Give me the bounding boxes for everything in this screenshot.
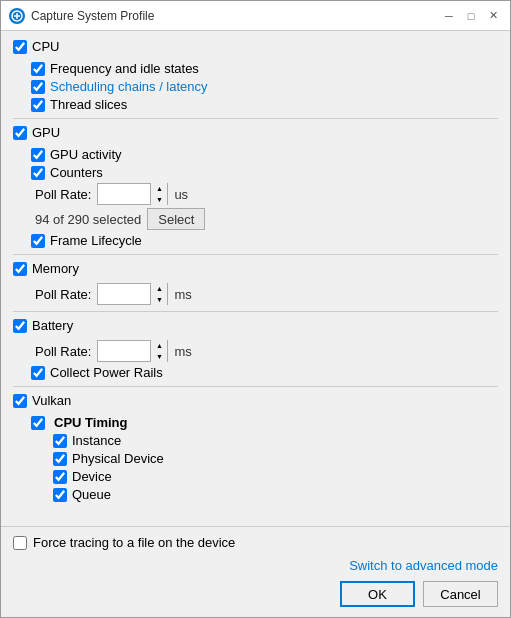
app-icon: [9, 8, 25, 24]
divider-cpu-gpu: [13, 118, 498, 119]
force-tracing-checkbox[interactable]: [13, 536, 27, 550]
device-label: Device: [72, 469, 112, 484]
sched-chains-row: Scheduling chains / latency: [31, 79, 498, 94]
physical-device-checkbox[interactable]: [53, 452, 67, 466]
window-controls: ─ □ ✕: [440, 7, 502, 25]
collect-power-row: Collect Power Rails: [31, 365, 498, 380]
gpu-activity-label: GPU activity: [50, 147, 122, 162]
divider-memory-battery: [13, 311, 498, 312]
memory-checkbox[interactable]: [13, 262, 27, 276]
counters-label: Counters: [50, 165, 103, 180]
gpu-poll-label: Poll Rate:: [35, 187, 91, 202]
battery-poll-spin-buttons: ▲ ▼: [150, 340, 167, 362]
frame-lifecycle-label: Frame Lifecycle: [50, 233, 142, 248]
battery-header: Battery: [13, 318, 498, 336]
sched-chains-label: Scheduling chains / latency: [50, 79, 208, 94]
gpu-checkbox[interactable]: [13, 126, 27, 140]
vulkan-checkbox[interactable]: [13, 394, 27, 408]
cpu-check-row: CPU: [13, 39, 59, 54]
counter-select-info: 94 of 290 selected: [35, 212, 141, 227]
thread-slices-checkbox[interactable]: [31, 98, 45, 112]
gpu-poll-up-button[interactable]: ▲: [151, 183, 167, 194]
memory-poll-label: Poll Rate:: [35, 287, 91, 302]
memory-header: Memory: [13, 261, 498, 279]
queue-label: Queue: [72, 487, 111, 502]
minimize-button[interactable]: ─: [440, 7, 458, 25]
battery-poll-up-button[interactable]: ▲: [151, 340, 167, 351]
frame-lifecycle-row: Frame Lifecycle: [31, 233, 498, 248]
footer-buttons: OK Cancel: [13, 581, 498, 607]
gpu-poll-down-button[interactable]: ▼: [151, 194, 167, 205]
divider-gpu-memory: [13, 254, 498, 255]
cancel-button[interactable]: Cancel: [423, 581, 498, 607]
physical-device-row: Physical Device: [53, 451, 498, 466]
memory-poll-spin-buttons: ▲ ▼: [150, 283, 167, 305]
vulkan-check-row: Vulkan: [13, 393, 71, 408]
force-tracing-label: Force tracing to a file on the device: [33, 535, 235, 550]
collect-power-label: Collect Power Rails: [50, 365, 163, 380]
memory-check-row: Memory: [13, 261, 79, 276]
gpu-check-row: GPU: [13, 125, 60, 140]
ok-button[interactable]: OK: [340, 581, 415, 607]
advanced-mode-link[interactable]: Switch to advanced mode: [349, 558, 498, 573]
gpu-poll-input[interactable]: 1000: [98, 184, 150, 204]
gpu-header: GPU: [13, 125, 498, 143]
battery-label: Battery: [32, 318, 73, 333]
queue-checkbox[interactable]: [53, 488, 67, 502]
battery-poll-row: Poll Rate: 250 ▲ ▼ ms: [31, 340, 498, 362]
gpu-poll-spin-buttons: ▲ ▼: [150, 183, 167, 205]
titlebar: Capture System Profile ─ □ ✕: [1, 1, 510, 31]
instance-label: Instance: [72, 433, 121, 448]
frame-lifecycle-checkbox[interactable]: [31, 234, 45, 248]
memory-poll-unit: ms: [174, 287, 191, 302]
battery-poll-unit: ms: [174, 344, 191, 359]
gpu-body: GPU activity Counters Poll Rate: 1000 ▲ …: [13, 147, 498, 248]
memory-poll-up-button[interactable]: ▲: [151, 283, 167, 294]
sched-chains-checkbox[interactable]: [31, 80, 45, 94]
memory-poll-spinbox: 5 ▲ ▼: [97, 283, 168, 305]
memory-section: Memory Poll Rate: 5 ▲ ▼ ms: [13, 261, 498, 305]
restore-button[interactable]: □: [462, 7, 480, 25]
battery-checkbox[interactable]: [13, 319, 27, 333]
gpu-poll-row: Poll Rate: 1000 ▲ ▼ us: [31, 183, 498, 205]
battery-body: Poll Rate: 250 ▲ ▼ ms Collect Power Rail…: [13, 340, 498, 380]
freq-idle-label: Frequency and idle states: [50, 61, 199, 76]
instance-row: Instance: [53, 433, 498, 448]
memory-poll-input[interactable]: 5: [98, 284, 150, 304]
footer: Force tracing to a file on the device Sw…: [1, 526, 510, 617]
battery-poll-down-button[interactable]: ▼: [151, 351, 167, 362]
window-title: Capture System Profile: [31, 9, 440, 23]
counter-select-row: 94 of 290 selected Select: [31, 208, 498, 230]
cpu-checkbox[interactable]: [13, 40, 27, 54]
cpu-timing-label: CPU Timing: [50, 415, 127, 430]
queue-row: Queue: [53, 487, 498, 502]
memory-poll-down-button[interactable]: ▼: [151, 294, 167, 305]
battery-poll-label: Poll Rate:: [35, 344, 91, 359]
cpu-timing-row: CPU Timing: [31, 415, 498, 430]
cpu-body: Frequency and idle states Scheduling cha…: [13, 61, 498, 112]
close-button[interactable]: ✕: [484, 7, 502, 25]
divider-battery-vulkan: [13, 386, 498, 387]
gpu-poll-unit: us: [174, 187, 188, 202]
main-window: Capture System Profile ─ □ ✕ CPU Frequen…: [0, 0, 511, 618]
footer-link-row: Switch to advanced mode: [13, 558, 498, 573]
gpu-activity-checkbox[interactable]: [31, 148, 45, 162]
device-checkbox[interactable]: [53, 470, 67, 484]
counters-checkbox[interactable]: [31, 166, 45, 180]
collect-power-checkbox[interactable]: [31, 366, 45, 380]
instance-checkbox[interactable]: [53, 434, 67, 448]
freq-idle-row: Frequency and idle states: [31, 61, 498, 76]
gpu-activity-row: GPU activity: [31, 147, 498, 162]
battery-poll-input[interactable]: 250: [98, 341, 150, 361]
cpu-header: CPU: [13, 39, 498, 57]
battery-section: Battery Poll Rate: 250 ▲ ▼ ms: [13, 318, 498, 380]
cpu-section: CPU Frequency and idle states Scheduling…: [13, 39, 498, 112]
memory-body: Poll Rate: 5 ▲ ▼ ms: [13, 283, 498, 305]
memory-poll-row: Poll Rate: 5 ▲ ▼ ms: [31, 283, 498, 305]
cpu-timing-checkbox[interactable]: [31, 416, 45, 430]
freq-idle-checkbox[interactable]: [31, 62, 45, 76]
counter-select-button[interactable]: Select: [147, 208, 205, 230]
gpu-label: GPU: [32, 125, 60, 140]
gpu-section: GPU GPU activity Counters Poll Rate: 100…: [13, 125, 498, 248]
device-row: Device: [53, 469, 498, 484]
